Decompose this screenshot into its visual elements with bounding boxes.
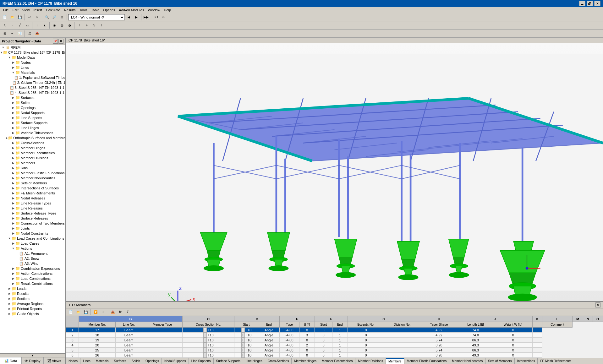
menu-addon[interactable]: Add-on Modules: [117, 8, 146, 13]
table-save-btn[interactable]: 💾: [82, 309, 89, 316]
tree-a2[interactable]: 📋 A2: Snow: [0, 256, 65, 261]
select-btn[interactable]: ↖: [1, 22, 8, 29]
tab-member-hinges[interactable]: Member Hinges: [292, 358, 319, 364]
data-table[interactable]: B C D E F G H J K L M N O: [66, 316, 603, 358]
surface-btn[interactable]: ▭: [24, 22, 31, 29]
mesh-btn[interactable]: ⊞: [1, 30, 8, 37]
table-row[interactable]: 2 18 Beam I I 10 I I 10 Angle -4.00 3 0 …: [66, 333, 603, 338]
tab-surface-supports[interactable]: Surface Supports: [214, 358, 243, 364]
tab-line-hinges[interactable]: Line Hinges: [243, 358, 265, 364]
table-row[interactable]: 6 26 Beam I I 10 I I 10 Angle -4.00 0 0 …: [66, 353, 603, 358]
open-btn[interactable]: 📂: [9, 14, 16, 21]
tree-mat2[interactable]: 📋 2: Glulam Timber GL24h | EN 1: [0, 80, 65, 85]
tree-rfem[interactable]: ▼ 🖥 RFEM: [0, 45, 65, 50]
nav-tab-views[interactable]: 🖼 Views: [44, 357, 65, 364]
table-body[interactable]: 1 17 Beam I I 10 I I 10 Angle -4.00 0 0 …: [66, 328, 603, 358]
viewport[interactable]: CP 1178_Bike shed 16*: [66, 38, 603, 301]
run-btn[interactable]: ▶▶: [143, 14, 150, 21]
table-filter-btn[interactable]: 🔽: [92, 309, 99, 316]
tree-action-combos[interactable]: ▶ 📁 Action Combinations: [0, 271, 65, 276]
tree-line-supports[interactable]: ▶ 📁 Line Supports: [0, 115, 65, 120]
support-btn[interactable]: ▲: [41, 22, 48, 29]
render-btn[interactable]: ◉: [51, 22, 58, 29]
tree-line-release-types[interactable]: ▶ 📁 Line Release Types: [0, 201, 65, 206]
tree-results[interactable]: ▶ 📁 Results: [0, 291, 65, 296]
tree-combo-expr[interactable]: ▶ 📁 Combination Expressions: [0, 266, 65, 271]
tree-nodal-releases[interactable]: ▶ 📁 Nodal Releases: [0, 196, 65, 201]
table-row[interactable]: 3 19 Beam I I 10 I I 10 Angle -4.00 0 0 …: [66, 338, 603, 343]
print-btn[interactable]: 🖨: [26, 30, 33, 37]
wire-btn[interactable]: ◎: [58, 22, 65, 29]
tab-intersections[interactable]: Intersections: [515, 358, 538, 364]
zoom-out-btn[interactable]: 🔎: [51, 14, 58, 21]
tree-mat4[interactable]: 📋 4: Steel S 235 | NF EN 1993-1-1:: [0, 90, 65, 95]
tree-connection-two[interactable]: ▶ 📁 Connection of Two Members: [0, 221, 65, 226]
tree-materials[interactable]: ▼ 📁 Materials: [0, 70, 65, 75]
3d-btn[interactable]: 3D: [152, 14, 159, 21]
tree-a3[interactable]: 📋 A3: Wind: [0, 261, 65, 266]
tree-printout[interactable]: ▶ 📁 Printout Reports: [0, 306, 65, 311]
result-btn[interactable]: ≡: [9, 30, 16, 37]
menu-tools[interactable]: Tools: [77, 8, 89, 13]
minimize-button[interactable]: 🗕: [579, 1, 585, 6]
tree-intersections[interactable]: ▶ 📁 Intersections of Surfaces: [0, 186, 65, 191]
tab-member-ecc[interactable]: Member Eccentricities: [319, 358, 355, 364]
tree-loads[interactable]: ▶ 📁 Loads: [0, 286, 65, 291]
tree-fe-mesh[interactable]: ▶ 📁 FE Mesh Refinements: [0, 191, 65, 196]
tree-member-nonlin[interactable]: ▶ 📁 Member Nonlinearities: [0, 176, 65, 181]
menu-table[interactable]: Table: [89, 8, 101, 13]
menu-view[interactable]: View: [20, 8, 32, 13]
panel-close-icon[interactable]: ✕: [595, 302, 600, 307]
tree-a1[interactable]: 📋 A1: Permanent: [0, 251, 65, 256]
nav-tab-display[interactable]: 👁 Display: [22, 357, 43, 364]
tree-model-data[interactable]: ▼ 📁 Model Data: [0, 55, 65, 60]
tab-fe-mesh[interactable]: FE Mesh Refinements: [538, 358, 574, 364]
tree-member-divs[interactable]: ▶ 📁 Member Divisions: [0, 155, 65, 160]
table-export-btn[interactable]: 📤: [109, 309, 116, 316]
tab-materials[interactable]: Materials: [93, 358, 112, 364]
table-row[interactable]: 5 25 Beam I I 10 I I 10 Angle -4.00 0 0 …: [66, 348, 603, 353]
tree-sets-members[interactable]: ▶ 📁 Sets of Members: [0, 181, 65, 186]
tree-sections[interactable]: ▶ 📁 Sections: [0, 296, 65, 301]
tree-surface-release-types[interactable]: ▶ 📁 Surface Release Types: [0, 211, 65, 216]
save-btn[interactable]: 💾: [16, 14, 23, 21]
tree-ribs[interactable]: ▶ 📁 Ribs: [0, 166, 65, 171]
tree-openings[interactable]: ▶ 📁 Openings: [0, 105, 65, 110]
zoom-in-btn[interactable]: 🔍: [43, 14, 50, 21]
view-front[interactable]: F: [83, 22, 90, 29]
tree-ortho[interactable]: ▶ 📁 Orthotropic Surfaces and Membra: [0, 135, 65, 140]
tree-load-cases[interactable]: ▶ 📁 Load Cases: [0, 241, 65, 246]
viewport-canvas[interactable]: x y z: [66, 43, 603, 301]
tab-member-elastic[interactable]: Member Elastic Foundations: [404, 358, 450, 364]
tree-member-ecc[interactable]: ▶ 📁 Member Eccentricities: [0, 150, 65, 155]
load-case-dropdown[interactable]: LC4 - Wind normal -X: [68, 14, 125, 20]
tree-member-elastic[interactable]: ▶ 📁 Member Elastic Foundations: [0, 171, 65, 176]
tree-cross-sections[interactable]: ▶ 📁 Cross-Sections: [0, 140, 65, 145]
tab-nodes[interactable]: Nodes: [66, 358, 80, 364]
tab-member-nonlin[interactable]: Member Nonlinearties: [449, 358, 485, 364]
menu-window[interactable]: Window: [146, 8, 162, 13]
menu-options[interactable]: Options: [101, 8, 117, 13]
tree-load-cases-combo[interactable]: ▼ 📁 Load Cases and Combinations: [0, 236, 65, 241]
redo-btn[interactable]: ↪: [34, 14, 41, 21]
next-btn[interactable]: ▶: [133, 14, 140, 21]
tree-load-combos[interactable]: ▶ 📁 Load Combinations: [0, 276, 65, 281]
menu-help[interactable]: Help: [162, 8, 173, 13]
tab-member-divs[interactable]: Member Divisions: [355, 358, 386, 364]
tab-openings[interactable]: Openings: [143, 358, 162, 364]
menu-file[interactable]: File: [1, 8, 11, 13]
menu-results[interactable]: Results: [62, 8, 78, 13]
view-iso[interactable]: I: [98, 22, 105, 29]
maximize-button[interactable]: 🗗: [587, 1, 593, 6]
menu-insert[interactable]: Insert: [31, 8, 44, 13]
tab-line-supports[interactable]: Line Supports: [189, 358, 214, 364]
tree-project[interactable]: ▼ 📁 CP 1178_Bike shed 16* [CP 1178_Bike …: [0, 50, 65, 55]
shade-btn[interactable]: ◑: [66, 22, 73, 29]
tab-lines[interactable]: Lines: [80, 358, 93, 364]
table-open-btn[interactable]: 📂: [75, 309, 82, 316]
tree-joints[interactable]: ▶ 📁 Joints: [0, 226, 65, 231]
tree-line-hinges[interactable]: ▶ 📁 Line Hinges: [0, 125, 65, 130]
tree-member-hinges[interactable]: ▶ 📁 Member Hinges: [0, 145, 65, 150]
prev-btn[interactable]: ◀: [125, 14, 132, 21]
menu-edit[interactable]: Edit: [11, 8, 20, 13]
